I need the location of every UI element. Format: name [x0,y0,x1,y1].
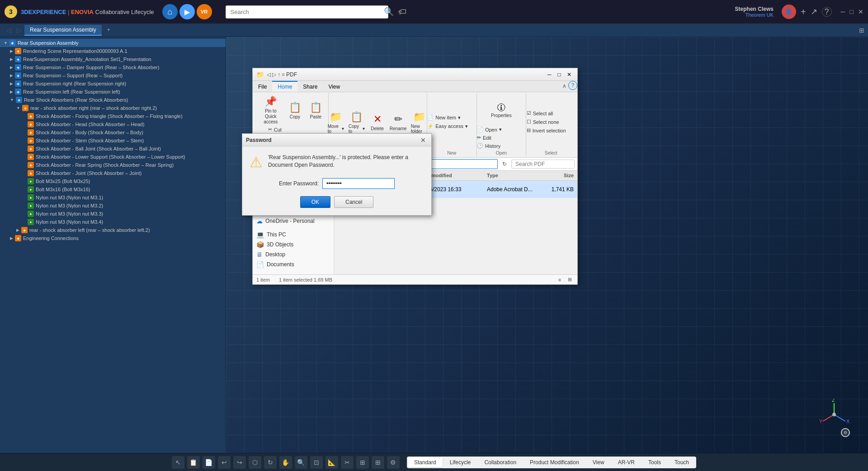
new-item-btn[interactable]: 📄 New item ▾ [425,114,479,122]
pwd-ok-btn[interactable]: OK [300,196,330,208]
tree-item-18[interactable]: ▶ ● Nylon nut M3 (Nylon nut M3.1) [0,193,226,202]
tool-fit[interactable]: ⊡ [310,456,323,469]
bottom-tab-arvr[interactable]: AR-VR [612,457,641,467]
tree-item-16[interactable]: ▶ ● Bolt M3x25 (Bolt M3x25) [0,177,226,185]
tool-undo[interactable]: ↩ [218,456,231,469]
fe-minimize-btn[interactable]: ─ [545,70,554,79]
search-icon[interactable]: 🔍 [384,7,394,17]
ribbon-tab-share[interactable]: Share [297,81,323,92]
bottom-tab-lifecycle[interactable]: Lifecycle [443,457,477,467]
help-icon[interactable]: ? [822,7,832,17]
tree-item-4[interactable]: ▶ ◈ Rear Suspension right (Rear Suspensi… [0,80,226,88]
bottom-tab-tools[interactable]: Tools [642,457,667,467]
select-none-btn[interactable]: ☐ Select none [524,118,578,126]
tab-new[interactable]: + [102,25,116,36]
home-icon[interactable]: ⌂ [162,4,178,19]
edit-btn[interactable]: ✏ Edit [474,134,528,141]
tree-item-19[interactable]: ▶ ● Nylon nut M3 (Nylon nut M3.2) [0,202,226,210]
play-icon[interactable]: ▶ [179,4,195,19]
tree-item-9[interactable]: ▶ ◈ Shock Absorber - Head (Shock Absorbe… [0,120,226,128]
window-close[interactable]: ✕ [858,8,863,15]
tree-item-7[interactable]: ▼ ◈ rear - shock absorber right (rear – … [0,104,226,112]
fe-refresh-btn[interactable]: ↻ [500,159,509,169]
tab-rear-suspension[interactable]: Rear Suspension Assembly [24,25,102,36]
tree-item-21[interactable]: ▶ ● Nylon nut M3 (Nylon nut M3.4) [0,218,226,226]
nav-3d-objects[interactable]: 📦 3D Objects [253,240,334,250]
pwd-close-btn[interactable]: ✕ [419,136,428,145]
nav-documents[interactable]: 📄 Documents [253,259,334,269]
col-type[interactable]: Type [485,172,539,179]
tool-cut[interactable]: ✂ [341,456,354,469]
tool-display[interactable]: ⊞ [356,456,369,469]
tree-item-2[interactable]: ▶ ◈ Rear Suspension – Damper Support (Re… [0,63,226,71]
nav-forward[interactable]: ▷ [14,26,24,35]
tree-item-22[interactable]: ▶ ◈ rear - shock absorber left (rear – s… [0,226,226,234]
tool-copy[interactable]: 📋 [187,456,200,469]
fe-close-btn[interactable]: ✕ [565,70,574,79]
nav-desktop[interactable]: 🖥 Desktop [253,250,334,259]
history-btn[interactable]: 🕐 History [474,142,528,150]
bottom-tab-touch[interactable]: Touch [668,457,695,467]
bottom-tab-collaboration[interactable]: Collaboration [478,457,523,467]
tree-item-6[interactable]: ▼ ◈ Rear Shock Absorbers (Rear Shock Abs… [0,96,226,104]
view-details-btn[interactable]: ≡ [556,276,564,284]
fe-maximize-btn[interactable]: □ [555,70,564,79]
ribbon-collapse-btn[interactable]: ∧ [561,81,568,92]
tree-item-0[interactable]: ▶ ◈ Rendering Scene Representation000000… [0,47,226,55]
select-all-btn[interactable]: ☑ Select all [524,109,578,117]
tree-item-14[interactable]: ▶ ◈ Shock Absorber - Rear Spring (Shock … [0,161,226,169]
user-avatar[interactable]: 👤 [782,5,796,19]
tag-icon[interactable]: 🏷 [398,7,406,17]
user-company[interactable]: Theorem UK [735,12,774,18]
tree-item-15[interactable]: ▶ ◈ Shock Absorber - Joint (Shock Absorb… [0,169,226,177]
paste-btn[interactable]: 📋 Paste [306,100,326,120]
vr-icon[interactable]: VR [197,4,212,19]
panel-collapse[interactable]: ⊞ [859,27,864,34]
tree-item-12[interactable]: ▶ ◈ Shock Absorber - Ball Joint (Shock A… [0,145,226,153]
tree-item-10[interactable]: ▶ ◈ Shock Absorber - Body (Shock Absorbe… [0,128,226,137]
tree-item-11[interactable]: ▶ ◈ Shock Absorber - Stem (Shock Absorbe… [0,137,226,145]
tool-redo[interactable]: ↪ [233,456,246,469]
search-input[interactable] [226,5,388,19]
fe-search-input[interactable] [511,160,575,169]
rename-btn[interactable]: ✏ Rename [388,112,408,132]
tool-settings[interactable]: ⚙ [387,456,400,469]
tree-item-20[interactable]: ▶ ● Nylon nut M3 (Nylon nut M3.3) [0,210,226,218]
tree-item-3[interactable]: ▶ ◈ Rear Suspension – Support (Rear – Su… [0,71,226,80]
tree-item-8[interactable]: ▶ ◈ Shock Absorber - Fixing triangle (Sh… [0,112,226,120]
tree-root[interactable]: ▼ ◈ Rear Suspension Assembly [0,39,226,47]
bottom-tab-view[interactable]: View [586,457,611,467]
tool-grid[interactable]: ⊞ [372,456,384,469]
tool-zoom[interactable]: 🔍 [295,456,307,469]
ribbon-tab-view[interactable]: View [323,81,345,92]
window-maximize[interactable]: □ [850,8,854,15]
copy-clipboard-btn[interactable]: 📋 Copy [285,100,305,120]
share-icon[interactable]: ↗ [811,7,817,17]
properties-btn[interactable]: 🛈 Properties [489,101,514,119]
move-to-btn[interactable]: 📁 Move to ▾ [326,109,346,135]
tree-item-23[interactable]: ▶ ◈ Engineering Connections [0,234,226,242]
tool-select[interactable]: ↖ [172,456,184,469]
pwd-input[interactable] [322,178,395,189]
col-size[interactable]: Size [539,172,576,179]
tool-pan[interactable]: ✋ [279,456,292,469]
tool-3d[interactable]: ⬡ [249,456,261,469]
open-btn[interactable]: 📄 Open ▾ [474,126,528,133]
pin-to-quick-access-btn[interactable]: 📌 Pin to Quick access [257,94,284,126]
bottom-tab-standard[interactable]: Standard [408,457,443,467]
view-icons-btn[interactable]: ⊞ [566,276,574,284]
tree-item-5[interactable]: ▶ ◈ Rear Suspension left (Rear Suspensio… [0,88,226,96]
pwd-cancel-btn[interactable]: Cancel [334,196,373,208]
tree-item-1[interactable]: ▶ ◈ RearSuspension Assembly_Annotation S… [0,55,226,63]
tree-item-13[interactable]: ▶ ◈ Shock Absorber - Lower Support (Shoc… [0,153,226,161]
ribbon-tab-home[interactable]: Home [272,81,297,92]
ribbon-tab-file[interactable]: File [253,81,272,92]
tree-item-17[interactable]: ▶ ● Bolt M3x16 (Bolt M3x16) [0,185,226,193]
ribbon-help-btn[interactable]: ? [568,81,577,90]
cut-btn[interactable]: ✂ Cut [265,126,320,133]
copy-to-btn[interactable]: 📋 Copy to ▾ [347,109,367,135]
nav-onedrive-personal[interactable]: ☁ OneDrive - Personal [253,216,334,226]
view-cube[interactable]: ⊙ [841,428,850,437]
tool-measure[interactable]: 📐 [326,456,338,469]
invert-selection-btn[interactable]: ⊟ Invert selection [524,127,578,134]
